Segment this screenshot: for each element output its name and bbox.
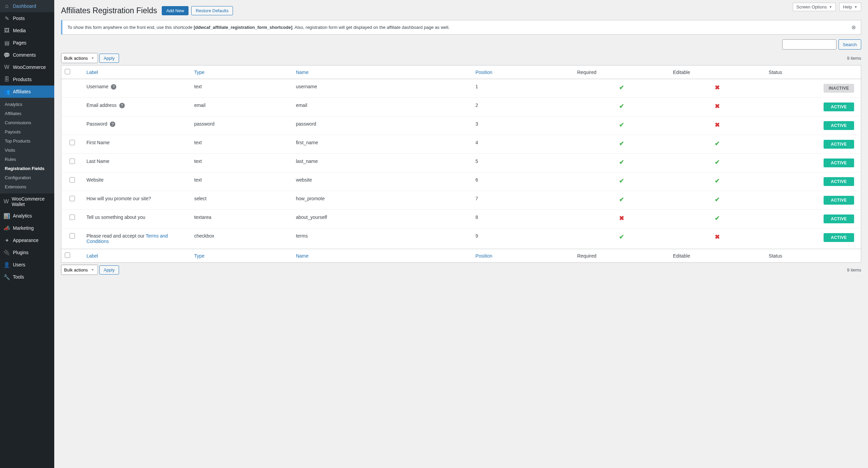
submenu-item-registration-fields[interactable]: Registration Fields (0, 164, 54, 173)
menu-item-marketing[interactable]: 📣Marketing (0, 222, 54, 234)
status-badge[interactable]: ACTIVE (824, 158, 854, 167)
submenu-item-configuration[interactable]: Configuration (0, 173, 54, 182)
check-icon: ✔ (715, 177, 720, 184)
column-label[interactable]: Label (83, 65, 191, 79)
menu-item-woocommerce-wallet[interactable]: WWooCommerce Wallet (0, 193, 54, 210)
menu-icon: 🖼 (3, 27, 10, 34)
select-all-checkbox-bottom[interactable] (65, 252, 70, 258)
row-type: text (191, 154, 293, 172)
column-type[interactable]: Type (191, 65, 293, 79)
restore-defaults-button[interactable]: Restore Defaults (191, 6, 233, 15)
row-type: text (191, 172, 293, 191)
row-name: username (293, 79, 472, 98)
menu-item-dashboard[interactable]: ⌂Dashboard (0, 0, 54, 12)
status-badge[interactable]: ACTIVE (824, 140, 854, 149)
menu-item-pages[interactable]: ▤Pages (0, 37, 54, 49)
row-checkbox[interactable] (70, 158, 75, 164)
menu-item-affiliates[interactable]: 👥Affiliates (0, 86, 54, 98)
caret-down-icon: ▼ (854, 5, 857, 9)
row-name: how_promote (293, 191, 472, 210)
row-required: ✔ (574, 98, 669, 116)
status-badge[interactable]: ACTIVE (824, 102, 854, 111)
row-editable: ✔ (670, 135, 765, 154)
row-name: about_yourself (293, 210, 472, 228)
fields-table: Label Type Name Position Required Editab… (61, 65, 861, 263)
check-icon: ✔ (715, 159, 720, 166)
menu-item-users[interactable]: 👤Users (0, 259, 54, 271)
menu-item-appearance[interactable]: ✦Appearance (0, 234, 54, 246)
menu-item-media[interactable]: 🖼Media (0, 24, 54, 37)
menu-item-posts[interactable]: ✎Posts (0, 12, 54, 24)
select-all-checkbox-top[interactable] (65, 69, 70, 74)
column-position-foot[interactable]: Position (472, 249, 574, 263)
admin-sidebar: ⌂Dashboard✎Posts🖼Media▤Pages💬CommentsWWo… (0, 0, 54, 468)
status-badge[interactable]: ACTIVE (824, 177, 854, 186)
menu-item-plugins[interactable]: 🔌Plugins (0, 246, 54, 259)
submenu-item-visits[interactable]: Visits (0, 146, 54, 155)
submenu-item-rules[interactable]: Rules (0, 155, 54, 164)
column-editable-foot: Editable (670, 249, 765, 263)
submenu-item-top-products[interactable]: Top Products (0, 136, 54, 146)
menu-label: Analytics (13, 213, 32, 219)
row-checkbox[interactable] (70, 177, 75, 183)
column-label-foot[interactable]: Label (83, 249, 191, 263)
submenu-item-affiliates[interactable]: Affiliates (0, 109, 54, 118)
menu-icon: 📊 (3, 212, 10, 219)
menu-icon: 🔧 (3, 274, 10, 280)
main-content: Screen Options▼ Help▼ Affiliates Registr… (54, 0, 868, 468)
dismiss-notice-icon[interactable]: ⊗ (851, 24, 856, 31)
check-icon: ✔ (619, 84, 624, 91)
menu-item-products[interactable]: 🗄Products (0, 73, 54, 86)
column-name-foot[interactable]: Name (293, 249, 472, 263)
menu-label: Marketing (13, 225, 34, 231)
column-type-foot[interactable]: Type (191, 249, 293, 263)
status-badge[interactable]: ACTIVE (824, 121, 854, 130)
row-position: 9 (472, 228, 574, 249)
help-button[interactable]: Help▼ (839, 3, 861, 11)
cross-icon: ✖ (715, 121, 720, 128)
menu-icon: 👥 (3, 88, 10, 95)
add-new-button[interactable]: Add New (162, 6, 189, 15)
column-required-foot: Required (574, 249, 669, 263)
row-checkbox[interactable] (70, 196, 75, 201)
search-button[interactable]: Search (839, 39, 861, 50)
menu-label: Plugins (13, 250, 28, 255)
row-name: last_name (293, 154, 472, 172)
apply-button-top[interactable]: Apply (99, 54, 119, 63)
menu-icon: W (3, 64, 10, 71)
help-icon[interactable]: ? (111, 84, 116, 90)
notice-text-suffix: . Also, registration form will get displ… (292, 25, 450, 30)
submenu-item-commissions[interactable]: Commissions (0, 118, 54, 127)
row-required: ✔ (574, 116, 669, 135)
status-badge[interactable]: ACTIVE (824, 214, 854, 223)
help-icon[interactable]: ? (119, 103, 125, 108)
bulk-actions-select-bottom[interactable]: Bulk actions (61, 265, 98, 275)
menu-item-comments[interactable]: 💬Comments (0, 49, 54, 61)
menu-item-woocommerce[interactable]: WWooCommerce (0, 61, 54, 73)
submenu-item-analytics[interactable]: Analytics (0, 100, 54, 109)
help-icon[interactable]: ? (110, 121, 115, 127)
row-position: 3 (472, 116, 574, 135)
menu-item-analytics[interactable]: 📊Analytics (0, 210, 54, 222)
column-name[interactable]: Name (293, 65, 472, 79)
table-row: Tell us something about youtextareaabout… (61, 210, 861, 228)
status-badge[interactable]: INACTIVE (824, 84, 854, 93)
status-badge[interactable]: ACTIVE (824, 233, 854, 242)
cross-icon: ✖ (715, 233, 720, 240)
search-input[interactable] (782, 39, 836, 50)
menu-item-tools[interactable]: 🔧Tools (0, 271, 54, 283)
screen-options-button[interactable]: Screen Options▼ (793, 3, 836, 11)
submenu-item-extensions[interactable]: Extensions (0, 182, 54, 191)
apply-button-bottom[interactable]: Apply (99, 265, 119, 275)
status-badge[interactable]: ACTIVE (824, 196, 854, 205)
row-checkbox[interactable] (70, 140, 75, 145)
menu-icon: 🔌 (3, 249, 10, 256)
bulk-actions-select-top[interactable]: Bulk actions (61, 53, 98, 63)
row-checkbox[interactable] (70, 214, 75, 220)
page-title: Affiliates Registration Fields (61, 6, 157, 15)
column-position[interactable]: Position (472, 65, 574, 79)
row-type: checkbox (191, 228, 293, 249)
submenu-item-payouts[interactable]: Payouts (0, 127, 54, 136)
row-position: 2 (472, 98, 574, 116)
row-checkbox[interactable] (70, 233, 75, 239)
